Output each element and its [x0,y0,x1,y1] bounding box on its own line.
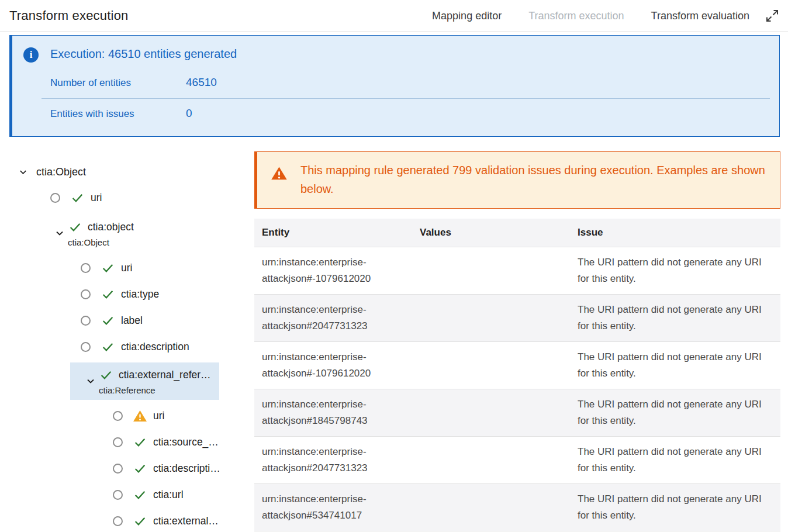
radio-button[interactable] [113,411,123,421]
success-check-icon [101,287,115,302]
success-check-icon [99,368,113,382]
execution-summary-heading: Execution: 46510 entities generated [50,47,770,61]
tree-item-ctia-object[interactable]: ctia:object ctia:Object [39,215,142,252]
stat-label: Entities with issues [50,108,186,120]
tree-item-uri[interactable]: uri [0,255,132,281]
tree-item-label[interactable]: ctia:descripti… [153,462,220,475]
column-header-issue: Issue [570,227,780,239]
tree-item-type-subtitle: ctia:Reference [99,385,211,396]
radio-button[interactable] [81,263,91,273]
issue-cell: The URI pattern did not generate any URI… [570,396,780,429]
values-cell [412,254,570,287]
tree-item-label[interactable]: ctia:type [121,288,159,300]
main-content: ctia:Object uri ctia:object ctia:Object … [0,151,788,532]
tree-item-ctia-description[interactable]: ctia:description [0,334,189,360]
tree-item-label[interactable]: ctia:source_… [153,436,219,448]
issue-cell: The URI pattern did not generate any URI… [570,254,780,287]
stat-number-of-entities: Number of entities 46510 [50,72,770,98]
values-cell [412,396,570,429]
table-row: urn:instance:enterprise-attackjson#20477… [254,436,780,483]
info-icon: i [23,47,39,63]
tree-item-ctia-type[interactable]: ctia:type [0,281,159,308]
radio-button[interactable] [81,342,91,352]
tree-item-label[interactable]: ctia:object [88,221,134,233]
success-check-icon [133,488,147,502]
entity-cell: urn:instance:enterprise-attackjson#18457… [254,396,412,429]
tree-item-label[interactable]: ctia:Object [36,166,86,178]
radio-button[interactable] [113,490,123,500]
warning-triangle-icon [271,164,288,182]
tree-item-label-rule[interactable]: label [0,308,143,334]
values-cell [412,349,570,382]
tree-item-label[interactable]: uri [121,262,132,274]
success-check-icon [133,461,147,476]
tree-item-label[interactable]: label [121,315,143,327]
success-check-icon [101,261,115,275]
issue-cell: The URI pattern did not generate any URI… [570,302,780,334]
radio-button[interactable] [50,193,60,203]
success-check-icon [133,435,147,450]
issue-cell: The URI pattern did not generate any URI… [570,444,780,476]
tree-item-label[interactable]: ctia:external_refer… [119,369,211,381]
validation-warning-banner: This mapping rule generated 799 validati… [254,151,780,209]
tree-item-ctia-url[interactable]: ctia:url [0,482,184,508]
radio-button[interactable] [113,516,123,526]
success-check-icon [70,191,85,205]
tree-item-ctia-external-id[interactable]: ctia:external… [0,508,219,532]
tree-item-label[interactable]: uri [91,192,102,204]
issue-cell: The URI pattern did not generate any URI… [570,491,780,524]
success-check-icon [68,220,82,234]
stat-value: 0 [186,107,192,120]
tree-item-uri[interactable]: uri [0,185,102,211]
success-check-icon [101,340,115,354]
success-check-icon [133,514,147,528]
entity-cell: urn:instance:enterprise-attackjson#20477… [254,444,412,476]
page-title: Transform execution [9,8,129,23]
tree-item-ctia-external-references-selected[interactable]: ctia:external_refer… ctia:Reference [70,362,219,400]
warning-triangle-icon [133,409,147,423]
issue-cell: The URI pattern did not generate any URI… [570,349,780,382]
chevron-down-icon[interactable] [54,227,65,239]
tree-item-ctia-object-root[interactable]: ctia:Object [0,159,86,185]
tab-transform-evaluation[interactable]: Transform evaluation [651,10,749,22]
table-header-row: Entity Values Issue [254,219,780,247]
chevron-down-icon[interactable] [85,375,96,387]
tree-item-ctia-source[interactable]: ctia:source_… [0,429,219,455]
success-check-icon [101,313,115,328]
tab-mapping-editor[interactable]: Mapping editor [432,10,502,22]
expand-fullscreen-button[interactable] [765,8,780,23]
chevron-down-icon[interactable] [18,167,29,178]
header-bar: Transform execution Mapping editor Trans… [0,0,788,32]
entity-cell: urn:instance:enterprise-attackjson#-1079… [254,349,412,382]
entity-cell: urn:instance:enterprise-attackjson#-1079… [254,254,412,287]
values-cell [412,302,570,334]
tree-item-ctia-description-ref[interactable]: ctia:descripti… [0,455,220,482]
validation-warning-message: This mapping rule generated 799 validati… [300,161,768,198]
mapping-rule-tree: ctia:Object uri ctia:object ctia:Object … [0,151,254,532]
values-cell [412,491,570,524]
entity-cell: urn:instance:enterprise-attackjson#20477… [254,302,412,334]
radio-button[interactable] [113,464,123,474]
stat-label: Number of entities [50,77,186,89]
header-tabs: Mapping editor Transform execution Trans… [432,10,749,22]
tree-item-label[interactable]: ctia:url [153,489,184,501]
stat-entities-with-issues: Entities with issues 0 [50,99,770,126]
radio-button[interactable] [81,289,91,299]
table-row: urn:instance:enterprise-attackjson#-1079… [254,341,780,389]
stat-value: 46510 [186,76,217,89]
table-row: urn:instance:enterprise-attackjson#53474… [254,483,780,531]
tab-transform-execution: Transform execution [528,10,624,22]
column-header-values: Values [412,227,570,239]
tree-item-label[interactable]: ctia:external… [153,515,219,527]
radio-button[interactable] [81,316,91,326]
expand-diagonal-arrows-icon [765,9,779,23]
tree-item-label[interactable]: ctia:description [121,341,189,353]
table-row: urn:instance:enterprise-attackjson#18457… [254,389,780,436]
radio-button[interactable] [113,437,123,447]
execution-summary-banner: i Execution: 46510 entities generated Nu… [9,35,780,137]
tree-item-uri-warning[interactable]: uri [0,403,164,429]
entity-cell: urn:instance:enterprise-attackjson#53474… [254,491,412,524]
tree-item-type-subtitle: ctia:Object [68,237,134,248]
execution-summary-content: Execution: 46510 entities generated Numb… [50,46,770,126]
tree-item-label[interactable]: uri [153,410,164,422]
